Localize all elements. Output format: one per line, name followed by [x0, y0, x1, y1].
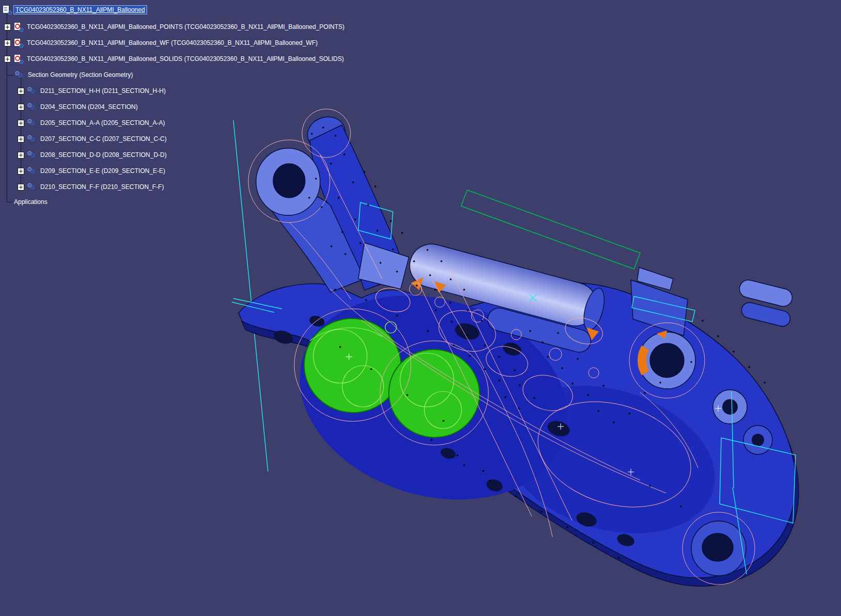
tree-item-applications[interactable]: Applications [12, 196, 49, 208]
geometrical-set-icon: ⚙⚙ [27, 119, 36, 127]
expand-plus-icon[interactable] [4, 40, 11, 46]
geometrical-set-icon: ⚙⚙ [27, 167, 36, 175]
tree-section-d204[interactable]: ⚙⚙ D204_SECTION (D204_SECTION) [18, 101, 139, 113]
geometrical-set-icon: ⚙⚙ [14, 71, 24, 79]
tree-section-d208[interactable]: ⚙⚙ D208_SECTION_D-D (D208_SECTION_D-D) [18, 149, 168, 161]
expand-plus-icon[interactable] [4, 56, 11, 62]
expand-plus-icon[interactable] [4, 24, 11, 30]
tree-item-label[interactable]: TCG04023052360_B_NX11_AllPMI_Ballooned_S… [25, 55, 345, 63]
tree-item-label[interactable]: TCG04023052360_B_NX11_AllPMI_Ballooned_P… [25, 23, 346, 31]
tree-section-d211[interactable]: ⚙⚙ D211_SECTION_H-H (D211_SECTION_H-H) [18, 85, 167, 97]
part-document-icon: ⚙ [13, 38, 23, 48]
geometrical-set-icon: ⚙⚙ [27, 103, 36, 111]
part-document-icon: ⚙ [13, 22, 23, 31]
tree-item-label[interactable]: D204_SECTION (D204_SECTION) [39, 103, 139, 111]
geometrical-set-icon: ⚙⚙ [27, 135, 36, 143]
geometrical-set-icon: ⚙⚙ [27, 151, 36, 159]
tree-root-node[interactable]: ⚙ TCG04023052360_B_NX11_AllPMI_Ballooned [2, 4, 147, 15]
tree-item-label[interactable]: Applications [12, 198, 49, 206]
tree-section-d207[interactable]: ⚙⚙ D207_SECTION_C-C (D207_SECTION_C-C) [18, 133, 168, 145]
tree-item-solids[interactable]: ⚙ TCG04023052360_B_NX11_AllPMI_Ballooned… [4, 53, 345, 65]
tree-item-section-geometry[interactable]: ⚙⚙ Section Geometry (Section Geometry) [14, 69, 134, 81]
tree-item-label[interactable]: D209_SECTION_E-E (D209_SECTION_E-E) [39, 167, 167, 175]
tree-item-label[interactable]: TCG04023052360_B_NX11_AllPMI_Ballooned_W… [25, 39, 319, 47]
tree-root-label[interactable]: TCG04023052360_B_NX11_AllPMI_Ballooned [14, 6, 147, 14]
tree-item-label[interactable]: D208_SECTION_D-D (D208_SECTION_D-D) [39, 151, 168, 159]
part-document-icon: ⚙ [13, 54, 23, 64]
expand-plus-icon[interactable] [18, 120, 24, 127]
tree-item-points[interactable]: ⚙ TCG04023052360_B_NX11_AllPMI_Ballooned… [4, 21, 346, 33]
expand-plus-icon[interactable] [18, 168, 24, 175]
expand-plus-icon[interactable] [18, 136, 24, 143]
tree-item-label[interactable]: D207_SECTION_C-C (D207_SECTION_C-C) [39, 135, 168, 143]
root-part-icon: ⚙ [2, 5, 11, 14]
tree-item-label[interactable]: Section Geometry (Section Geometry) [26, 71, 134, 79]
tree-item-label[interactable]: D210_SECTION_F-F (D210_SECTION_F-F) [39, 183, 165, 191]
expand-plus-icon[interactable] [18, 88, 24, 94]
geometrical-set-icon: ⚙⚙ [27, 87, 36, 95]
expand-plus-icon[interactable] [18, 184, 24, 191]
tree-item-label[interactable]: D211_SECTION_H-H (D211_SECTION_H-H) [39, 87, 167, 95]
reference-rectangle[interactable] [461, 190, 640, 269]
expand-plus-icon[interactable] [18, 152, 24, 159]
specification-tree[interactable]: ⚙ TCG04023052360_B_NX11_AllPMI_Ballooned… [0, 0, 403, 222]
tree-item-wf[interactable]: ⚙ TCG04023052360_B_NX11_AllPMI_Ballooned… [4, 37, 319, 49]
geometrical-set-icon: ⚙⚙ [27, 183, 36, 191]
tree-item-label[interactable]: D205_SECTION_A-A (D205_SECTION_A-A) [39, 119, 166, 127]
tree-section-d205[interactable]: ⚙⚙ D205_SECTION_A-A (D205_SECTION_A-A) [18, 117, 166, 129]
expand-plus-icon[interactable] [18, 104, 24, 110]
tree-section-d209[interactable]: ⚙⚙ D209_SECTION_E-E (D209_SECTION_E-E) [18, 165, 167, 177]
tree-section-d210[interactable]: ⚙⚙ D210_SECTION_F-F (D210_SECTION_F-F) [18, 181, 165, 193]
